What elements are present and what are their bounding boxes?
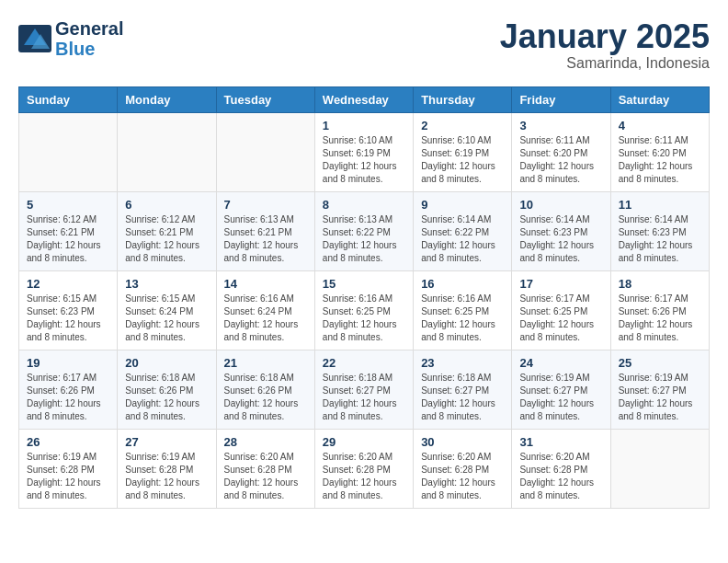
day-number: 11	[619, 198, 701, 212]
day-number: 5	[27, 198, 109, 212]
column-header-sunday: Sunday	[19, 86, 118, 112]
calendar-cell: 20Sunrise: 6:18 AM Sunset: 6:26 PM Dayli…	[118, 350, 216, 429]
location-title: Samarinda, Indonesia	[500, 55, 710, 72]
day-info: Sunrise: 6:18 AM Sunset: 6:26 PM Dayligh…	[125, 372, 208, 423]
day-number: 15	[323, 277, 405, 291]
calendar-cell: 31Sunrise: 6:20 AM Sunset: 6:28 PM Dayli…	[512, 429, 610, 508]
day-number: 25	[619, 356, 701, 370]
calendar-cell	[19, 112, 118, 191]
day-number: 1	[323, 119, 405, 132]
calendar-cell: 7Sunrise: 6:13 AM Sunset: 6:21 PM Daylig…	[216, 191, 314, 270]
column-header-wednesday: Wednesday	[314, 86, 413, 112]
day-number: 8	[323, 198, 405, 212]
month-title: January 2025	[500, 18, 710, 55]
calendar-week-row: 26Sunrise: 6:19 AM Sunset: 6:28 PM Dayli…	[19, 429, 710, 508]
column-header-tuesday: Tuesday	[216, 86, 314, 112]
calendar-cell: 3Sunrise: 6:11 AM Sunset: 6:20 PM Daylig…	[512, 112, 610, 191]
page-header: General Blue January 2025 Samarinda, Ind…	[18, 18, 710, 72]
calendar-cell	[118, 112, 216, 191]
calendar-cell: 19Sunrise: 6:17 AM Sunset: 6:26 PM Dayli…	[19, 350, 118, 429]
day-info: Sunrise: 6:16 AM Sunset: 6:25 PM Dayligh…	[421, 293, 504, 344]
logo-text-general: General	[55, 18, 123, 39]
calendar-cell	[610, 429, 709, 508]
day-number: 9	[421, 198, 504, 212]
day-info: Sunrise: 6:14 AM Sunset: 6:23 PM Dayligh…	[619, 213, 701, 265]
calendar-week-row: 5Sunrise: 6:12 AM Sunset: 6:21 PM Daylig…	[19, 191, 710, 270]
column-header-thursday: Thursday	[414, 86, 512, 112]
calendar-cell: 23Sunrise: 6:18 AM Sunset: 6:27 PM Dayli…	[414, 350, 512, 429]
day-number: 30	[421, 435, 504, 449]
calendar-cell: 14Sunrise: 6:16 AM Sunset: 6:24 PM Dayli…	[216, 270, 314, 350]
day-info: Sunrise: 6:19 AM Sunset: 6:28 PM Dayligh…	[27, 451, 109, 502]
day-number: 12	[27, 277, 109, 291]
logo-icon	[18, 25, 51, 52]
day-number: 4	[619, 119, 701, 132]
day-info: Sunrise: 6:10 AM Sunset: 6:19 PM Dayligh…	[323, 134, 405, 186]
day-info: Sunrise: 6:20 AM Sunset: 6:28 PM Dayligh…	[224, 451, 307, 502]
calendar-cell: 30Sunrise: 6:20 AM Sunset: 6:28 PM Dayli…	[414, 429, 512, 508]
day-number: 19	[27, 356, 109, 370]
calendar-week-row: 19Sunrise: 6:17 AM Sunset: 6:26 PM Dayli…	[19, 350, 710, 429]
day-info: Sunrise: 6:13 AM Sunset: 6:22 PM Dayligh…	[323, 213, 405, 265]
day-number: 22	[323, 356, 405, 370]
day-number: 3	[519, 119, 602, 132]
logo: General Blue	[18, 18, 123, 59]
day-number: 20	[125, 356, 208, 370]
day-info: Sunrise: 6:19 AM Sunset: 6:27 PM Dayligh…	[619, 372, 701, 423]
day-info: Sunrise: 6:20 AM Sunset: 6:28 PM Dayligh…	[421, 451, 504, 502]
day-info: Sunrise: 6:14 AM Sunset: 6:22 PM Dayligh…	[421, 213, 504, 265]
calendar-cell: 8Sunrise: 6:13 AM Sunset: 6:22 PM Daylig…	[314, 191, 413, 270]
column-header-saturday: Saturday	[610, 86, 709, 112]
calendar-week-row: 12Sunrise: 6:15 AM Sunset: 6:23 PM Dayli…	[19, 270, 710, 350]
calendar-cell: 15Sunrise: 6:16 AM Sunset: 6:25 PM Dayli…	[314, 270, 413, 350]
calendar-cell	[216, 112, 314, 191]
day-number: 18	[619, 277, 701, 291]
day-number: 2	[421, 119, 504, 132]
day-info: Sunrise: 6:18 AM Sunset: 6:27 PM Dayligh…	[323, 372, 405, 423]
day-number: 17	[519, 277, 602, 291]
day-info: Sunrise: 6:17 AM Sunset: 6:26 PM Dayligh…	[27, 372, 109, 423]
day-number: 24	[519, 356, 602, 370]
calendar-cell: 22Sunrise: 6:18 AM Sunset: 6:27 PM Dayli…	[314, 350, 413, 429]
day-number: 27	[125, 435, 208, 449]
calendar-cell: 25Sunrise: 6:19 AM Sunset: 6:27 PM Dayli…	[610, 350, 709, 429]
calendar-cell: 17Sunrise: 6:17 AM Sunset: 6:25 PM Dayli…	[512, 270, 610, 350]
day-number: 28	[224, 435, 307, 449]
calendar-cell: 18Sunrise: 6:17 AM Sunset: 6:26 PM Dayli…	[610, 270, 709, 350]
title-block: January 2025 Samarinda, Indonesia	[500, 18, 710, 72]
calendar-cell: 10Sunrise: 6:14 AM Sunset: 6:23 PM Dayli…	[512, 191, 610, 270]
day-info: Sunrise: 6:18 AM Sunset: 6:27 PM Dayligh…	[421, 372, 504, 423]
day-number: 23	[421, 356, 504, 370]
day-number: 26	[27, 435, 109, 449]
day-info: Sunrise: 6:15 AM Sunset: 6:24 PM Dayligh…	[125, 293, 208, 344]
calendar-table: SundayMondayTuesdayWednesdayThursdayFrid…	[18, 86, 710, 509]
calendar-cell: 26Sunrise: 6:19 AM Sunset: 6:28 PM Dayli…	[19, 429, 118, 508]
day-number: 7	[224, 198, 307, 212]
day-info: Sunrise: 6:19 AM Sunset: 6:28 PM Dayligh…	[125, 451, 208, 502]
day-info: Sunrise: 6:17 AM Sunset: 6:26 PM Dayligh…	[619, 293, 701, 344]
calendar-cell: 21Sunrise: 6:18 AM Sunset: 6:26 PM Dayli…	[216, 350, 314, 429]
day-info: Sunrise: 6:12 AM Sunset: 6:21 PM Dayligh…	[27, 213, 109, 265]
day-info: Sunrise: 6:16 AM Sunset: 6:25 PM Dayligh…	[323, 293, 405, 344]
day-number: 31	[519, 435, 602, 449]
day-info: Sunrise: 6:18 AM Sunset: 6:26 PM Dayligh…	[224, 372, 307, 423]
day-info: Sunrise: 6:13 AM Sunset: 6:21 PM Dayligh…	[224, 213, 307, 265]
calendar-cell: 27Sunrise: 6:19 AM Sunset: 6:28 PM Dayli…	[118, 429, 216, 508]
calendar-cell: 2Sunrise: 6:10 AM Sunset: 6:19 PM Daylig…	[414, 112, 512, 191]
day-info: Sunrise: 6:17 AM Sunset: 6:25 PM Dayligh…	[519, 293, 602, 344]
day-info: Sunrise: 6:11 AM Sunset: 6:20 PM Dayligh…	[519, 134, 602, 186]
day-info: Sunrise: 6:20 AM Sunset: 6:28 PM Dayligh…	[519, 451, 602, 502]
day-info: Sunrise: 6:19 AM Sunset: 6:27 PM Dayligh…	[519, 372, 602, 423]
day-info: Sunrise: 6:10 AM Sunset: 6:19 PM Dayligh…	[421, 134, 504, 186]
column-header-friday: Friday	[512, 86, 610, 112]
day-number: 29	[323, 435, 405, 449]
day-info: Sunrise: 6:16 AM Sunset: 6:24 PM Dayligh…	[224, 293, 307, 344]
calendar-cell: 12Sunrise: 6:15 AM Sunset: 6:23 PM Dayli…	[19, 270, 118, 350]
day-info: Sunrise: 6:11 AM Sunset: 6:20 PM Dayligh…	[619, 134, 701, 186]
calendar-cell: 16Sunrise: 6:16 AM Sunset: 6:25 PM Dayli…	[414, 270, 512, 350]
calendar-cell: 4Sunrise: 6:11 AM Sunset: 6:20 PM Daylig…	[610, 112, 709, 191]
day-info: Sunrise: 6:15 AM Sunset: 6:23 PM Dayligh…	[27, 293, 109, 344]
logo-text-blue: Blue	[55, 39, 123, 59]
day-info: Sunrise: 6:14 AM Sunset: 6:23 PM Dayligh…	[519, 213, 602, 265]
calendar-cell: 29Sunrise: 6:20 AM Sunset: 6:28 PM Dayli…	[314, 429, 413, 508]
